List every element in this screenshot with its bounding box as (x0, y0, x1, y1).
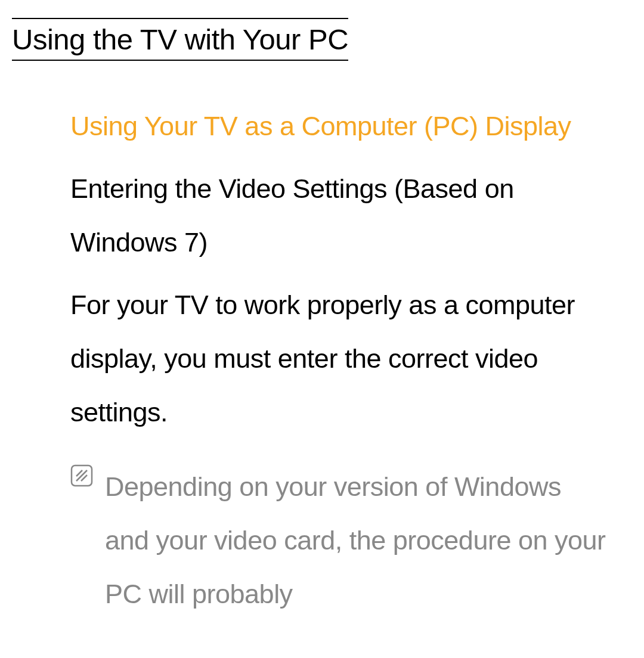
page-title: Using the TV with Your PC (12, 18, 348, 61)
section-heading: Using Your TV as a Computer (PC) Display (70, 100, 608, 153)
note-icon (70, 464, 93, 487)
note-block: Depending on your version of Windows and… (70, 460, 608, 621)
note-text: Depending on your version of Windows and… (105, 460, 608, 621)
body-paragraph: For your TV to work properly as a comput… (70, 278, 608, 439)
content-area: Using Your TV as a Computer (PC) Display… (12, 61, 632, 621)
sub-heading: Entering the Video Settings (Based on Wi… (70, 162, 608, 269)
